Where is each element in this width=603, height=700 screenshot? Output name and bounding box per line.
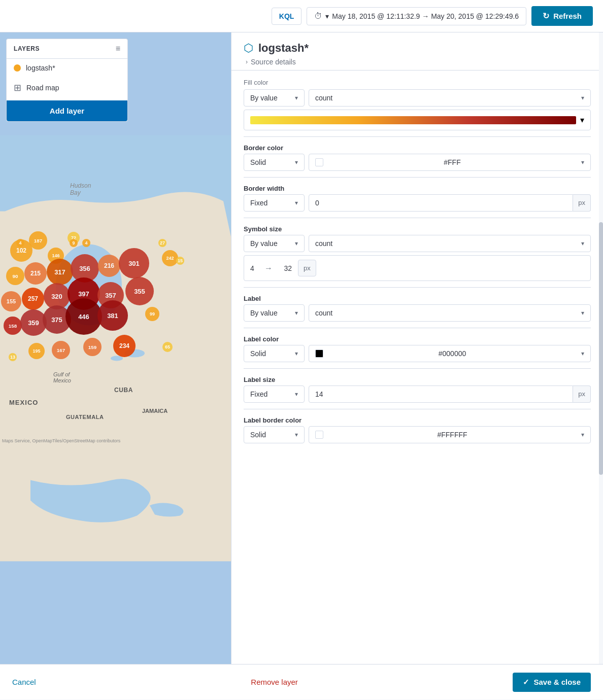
label-field-chevron: ▾ <box>581 309 584 317</box>
border-color-chevron: ▾ <box>581 159 584 166</box>
refresh-icon: ↻ <box>543 11 549 21</box>
map-bubble: 355 <box>125 277 154 305</box>
cancel-button[interactable]: Cancel <box>12 678 36 686</box>
label-by-chevron: ▾ <box>295 309 298 317</box>
settings-panel: ⬡ logstash* › Source details Fill color … <box>231 32 603 664</box>
map-bubble: 9 <box>70 239 78 247</box>
label-size-input[interactable] <box>309 386 573 403</box>
mexico-label: MEXICO <box>9 399 39 406</box>
symbol-size-field-chevron: ▾ <box>581 240 584 247</box>
label-border-color-row: Solid ▾ #FFFFFF ▾ <box>244 426 591 443</box>
layer-title-row: ⬡ logstash* <box>244 42 591 55</box>
time-range-picker[interactable]: ⏱ ▾ May 18, 2015 @ 12:11:32.9 → May 20, … <box>307 7 526 25</box>
map-bubble: 4 <box>16 239 24 247</box>
label-color-row: Solid ▾ #000000 ▾ <box>244 345 591 362</box>
map-bubble: 65 <box>162 342 173 352</box>
label-border-color-value: #FFFFFF <box>437 431 467 439</box>
logstash-layer-item[interactable]: logstash* <box>7 59 127 77</box>
hudson-bay-label: HudsonBay <box>70 182 91 196</box>
label-border-color-select[interactable]: #FFFFFF ▾ <box>309 426 591 443</box>
jamaica-label: JAMAICA <box>142 408 168 414</box>
checkmark-icon: ✓ <box>523 678 529 687</box>
top-bar: KQL ⏱ ▾ May 18, 2015 @ 12:11:32.9 → May … <box>0 0 603 32</box>
kql-button[interactable]: KQL <box>272 8 302 25</box>
symbol-size-unit: px <box>298 260 316 276</box>
border-style-select[interactable]: Solid ▾ <box>244 154 305 171</box>
border-width-row: Fixed ▾ px <box>244 194 591 212</box>
fill-by-value-select[interactable]: By value ▾ <box>244 89 305 107</box>
border-color-select[interactable]: #FFF ▾ <box>309 154 591 171</box>
symbol-size-min-val: 4 <box>250 264 260 272</box>
map-bubble: 187 <box>29 231 47 250</box>
border-width-style-label: Fixed <box>250 199 267 207</box>
label-size-input-group: px <box>309 386 591 403</box>
label-size-section-label: Label size <box>244 376 591 383</box>
border-color-swatch <box>315 158 323 166</box>
road-map-layer-item[interactable]: ⊞ Road map <box>7 77 127 98</box>
layers-menu-icon[interactable]: ≡ <box>116 44 120 53</box>
fill-field-select[interactable]: count ▾ <box>309 89 591 107</box>
map-bubble: 234 <box>113 335 136 357</box>
map-bubble: 159 <box>83 338 102 356</box>
layers-title: LAYERS <box>14 45 40 52</box>
border-width-style-chevron: ▾ <box>295 199 298 206</box>
save-close-label: Save & close <box>533 678 581 686</box>
road-map-layer-name: Road map <box>26 84 59 92</box>
clock-icon: ⏱ <box>314 12 322 21</box>
gradient-chevron: ▾ <box>580 115 584 125</box>
border-width-style-select[interactable]: Fixed ▾ <box>244 194 305 212</box>
label-color-section-label: Label color <box>244 335 591 343</box>
label-color-style-select[interactable]: Solid ▾ <box>244 345 305 362</box>
label-field-select[interactable]: count ▾ <box>309 304 591 322</box>
map-panel[interactable]: HudsonBay Gulf ofMexico CUBA MEXICO GUAT… <box>0 32 231 664</box>
guatemala-label: GUATEMALA <box>66 414 104 420</box>
scrollbar-thumb[interactable] <box>599 222 603 475</box>
map-bubble: 446 <box>65 298 102 335</box>
map-bubble: 90 <box>6 267 24 285</box>
label-border-style-label: Solid <box>250 431 266 439</box>
label-border-color-section-label: Label border color <box>244 416 591 424</box>
map-bubble: 27 <box>158 239 166 247</box>
bottom-bar: Cancel Remove layer ✓ Save & close <box>0 664 603 699</box>
label-border-style-select[interactable]: Solid ▾ <box>244 426 305 443</box>
map-bubble: 215 <box>24 262 47 285</box>
save-close-button[interactable]: ✓ Save & close <box>513 673 591 692</box>
label-border-color-chevron: ▾ <box>581 431 584 438</box>
label-by-select[interactable]: By value ▾ <box>244 304 305 322</box>
layers-panel: LAYERS ≡ logstash* ⊞ Road map Add layer <box>6 39 128 122</box>
source-details-row[interactable]: › Source details <box>244 58 591 66</box>
map-bubble: 317 <box>47 259 73 285</box>
symbol-size-by-select[interactable]: By value ▾ <box>244 235 305 252</box>
symbol-size-by-chevron: ▾ <box>295 240 298 247</box>
attribution-label: Maps Service, OpenMapTiles/OpenStreetMap… <box>2 438 120 443</box>
map-bubble: 301 <box>119 248 149 278</box>
border-color-section-label: Border color <box>244 144 591 152</box>
gradient-row[interactable]: ▾ <box>244 110 591 130</box>
fill-field-chevron: ▾ <box>581 94 584 101</box>
source-details-label: Source details <box>251 58 296 66</box>
main-area: HudsonBay Gulf ofMexico CUBA MEXICO GUAT… <box>0 32 603 664</box>
label-size-unit: px <box>573 386 591 403</box>
label-color-value-select[interactable]: #000000 ▾ <box>309 345 591 362</box>
remove-layer-button[interactable]: Remove layer <box>251 678 298 686</box>
label-size-row: Fixed ▾ px <box>244 386 591 403</box>
symbol-size-by-label: By value <box>250 239 278 248</box>
map-bubble: 158 <box>4 317 22 335</box>
add-layer-button[interactable]: Add layer <box>7 100 127 121</box>
divider-3 <box>244 218 591 218</box>
border-width-input[interactable] <box>309 194 573 212</box>
border-color-value: #FFF <box>444 158 460 166</box>
label-field-label: count <box>315 309 332 317</box>
symbol-size-field-label: count <box>315 239 332 248</box>
map-bubble: 167 <box>52 341 70 359</box>
label-border-color-swatch <box>315 431 323 439</box>
divider-1 <box>244 136 591 137</box>
label-size-style-select[interactable]: Fixed ▾ <box>244 386 305 403</box>
symbol-size-section-label: Symbol size <box>244 225 591 233</box>
refresh-button[interactable]: ↻ Refresh <box>531 6 593 26</box>
symbol-size-field-select[interactable]: count ▾ <box>309 235 591 252</box>
scrollbar-track[interactable] <box>599 32 603 664</box>
fill-color-row: By value ▾ count ▾ <box>244 89 591 107</box>
logstash-layer-name: logstash* <box>26 64 55 72</box>
map-bubble: 15 <box>176 257 184 265</box>
